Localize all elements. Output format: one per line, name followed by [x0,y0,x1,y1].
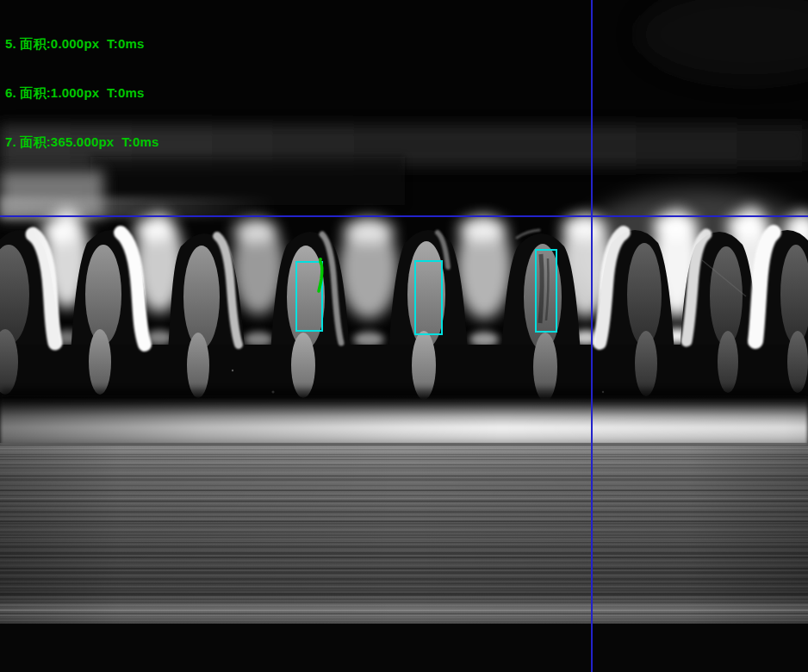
roi-box-2[interactable] [414,260,443,335]
measurement-line-6: 6. 面积:1.000px T:0ms [5,84,159,101]
crosshair-vertical-line[interactable] [591,0,593,672]
detected-blob-marker [312,255,327,296]
roi-box-3[interactable] [535,249,557,333]
rim-band [0,389,808,446]
camera-view: 5. 面积:0.000px T:0ms 6. 面积:1.000px T:0ms … [0,0,808,672]
measurement-line-7: 7. 面积:365.000px T:0ms [5,134,159,150]
shaft [0,445,808,625]
bottom-shadow [0,624,808,672]
crosshair-horizontal-line[interactable] [0,215,808,217]
measurement-line-5: 5. 面积:0.000px T:0ms [5,35,159,52]
measurement-readout: 5. 面积:0.000px T:0ms 6. 面积:1.000px T:0ms … [5,3,159,183]
